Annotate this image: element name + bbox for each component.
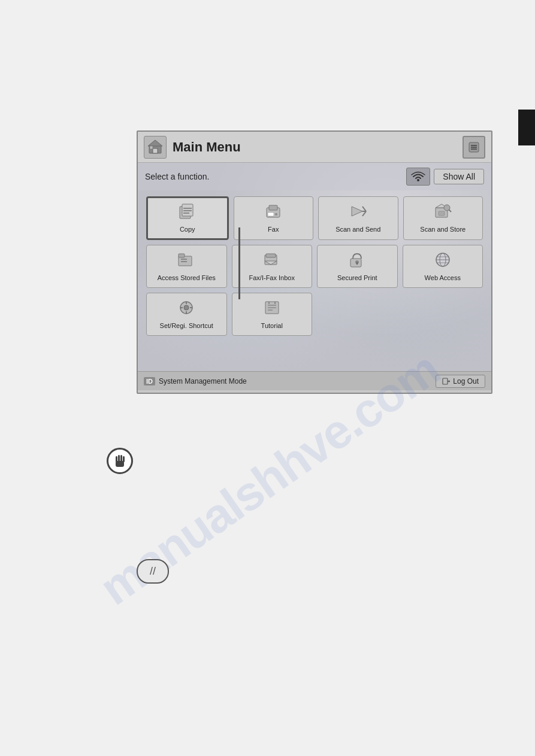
hand-icon-container — [107, 448, 133, 474]
shortcut-icon — [177, 299, 195, 320]
screen-title: Main Menu — [173, 139, 241, 155]
scan-and-send-button[interactable]: Scan and Send — [318, 196, 398, 240]
logout-button[interactable]: Log Out — [436, 375, 485, 388]
svg-rect-24 — [439, 211, 445, 215]
scan-and-store-label: Scan and Store — [420, 226, 466, 233]
id-badge: ID — [144, 377, 155, 385]
svg-point-17 — [275, 213, 277, 215]
svg-line-26 — [449, 210, 451, 212]
svg-rect-12 — [183, 210, 192, 211]
svg-line-19 — [362, 207, 366, 211]
grid-row-1: Copy Fax — [146, 196, 483, 240]
svg-point-8 — [417, 179, 419, 181]
svg-rect-58 — [116, 456, 117, 462]
logout-icon — [442, 377, 451, 385]
logout-label: Log Out — [453, 377, 479, 385]
web-access-icon — [434, 251, 452, 272]
home-icon-box[interactable] — [144, 136, 167, 159]
svg-rect-60 — [120, 455, 122, 462]
copy-label: Copy — [180, 226, 195, 233]
copy-button[interactable]: Copy — [146, 196, 229, 240]
grid-row-2: Access Stored Files Fax/I-Fax Inbox — [146, 245, 483, 288]
select-function-label: Select a function. — [145, 172, 209, 181]
wireless-button[interactable] — [406, 168, 430, 186]
svg-rect-5 — [471, 145, 477, 146]
content-area: Select a function. Show All — [138, 163, 491, 390]
key-button[interactable]: // — [137, 559, 169, 584]
secured-print-button[interactable]: Secured Print — [317, 245, 398, 288]
function-bar-right: Show All — [406, 168, 484, 186]
web-access-label: Web Access — [425, 274, 461, 282]
grid-row-3: Set/Regi. Shortcut — [146, 293, 483, 336]
fax-button[interactable]: Fax — [234, 196, 314, 240]
svg-rect-61 — [123, 456, 125, 462]
tutorial-label: Tutorial — [261, 322, 283, 330]
function-bar: Select a function. Show All — [138, 163, 491, 190]
set-regi-shortcut-button[interactable]: Set/Regi. Shortcut — [146, 293, 227, 336]
settings-icon — [468, 141, 480, 153]
status-bar: ID System Management Mode Log Out — [138, 371, 491, 390]
svg-marker-56 — [449, 380, 450, 382]
key-button-container: // — [137, 559, 169, 584]
svg-rect-30 — [181, 261, 187, 262]
title-bar-left: Main Menu — [144, 136, 241, 159]
svg-line-20 — [362, 211, 366, 216]
function-grid: Copy Fax — [138, 190, 491, 342]
svg-rect-28 — [179, 254, 185, 257]
svg-rect-15 — [269, 205, 277, 210]
svg-rect-32 — [266, 254, 276, 257]
svg-rect-13 — [183, 212, 189, 214]
copy-icon — [179, 203, 197, 223]
fax-inbox-label: Fax/I-Fax Inbox — [249, 274, 295, 282]
fax-inbox-button[interactable]: Fax/I-Fax Inbox — [232, 245, 313, 288]
svg-rect-16 — [268, 212, 274, 216]
hand-stop-icon — [107, 448, 133, 474]
svg-marker-18 — [352, 207, 362, 216]
set-regi-shortcut-label: Set/Regi. Shortcut — [160, 322, 213, 330]
svg-rect-54 — [443, 378, 448, 384]
scan-send-icon — [349, 203, 367, 223]
title-bar: Main Menu — [138, 132, 491, 163]
svg-rect-11 — [183, 208, 192, 209]
svg-rect-3 — [150, 146, 153, 149]
web-access-button[interactable]: Web Access — [403, 245, 483, 288]
stored-files-icon — [177, 251, 195, 272]
svg-rect-59 — [118, 455, 120, 462]
main-screen: Main Menu Select a function. — [137, 130, 492, 394]
fax-icon — [264, 203, 282, 223]
fax-label: Fax — [268, 226, 279, 233]
svg-rect-2 — [153, 148, 158, 153]
inbox-icon — [263, 251, 281, 272]
scan-and-send-label: Scan and Send — [335, 226, 380, 233]
scan-store-icon — [434, 203, 452, 223]
secured-print-label: Secured Print — [337, 274, 377, 282]
settings-button[interactable] — [463, 136, 485, 159]
svg-rect-7 — [471, 148, 477, 150]
svg-marker-1 — [148, 140, 162, 146]
scan-and-store-button[interactable]: Scan and Store — [403, 196, 483, 240]
management-mode-label: System Management Mode — [159, 377, 247, 385]
show-all-button[interactable]: Show All — [434, 169, 484, 184]
svg-point-43 — [184, 305, 189, 310]
tutorial-button[interactable]: Tutorial — [232, 293, 313, 336]
access-stored-files-label: Access Stored Files — [158, 274, 216, 282]
svg-rect-6 — [471, 147, 477, 148]
right-edge-bar — [518, 110, 535, 145]
hand-svg — [111, 453, 128, 469]
tutorial-icon — [263, 299, 281, 320]
svg-rect-36 — [356, 262, 358, 265]
status-left: ID System Management Mode — [144, 377, 247, 385]
secured-print-icon — [348, 251, 366, 272]
callout-line — [238, 227, 240, 299]
svg-rect-29 — [181, 259, 187, 260]
home-icon — [147, 139, 164, 156]
key-button-symbol: // — [150, 565, 156, 578]
wireless-icon — [411, 171, 425, 183]
access-stored-files-button[interactable]: Access Stored Files — [146, 245, 227, 288]
